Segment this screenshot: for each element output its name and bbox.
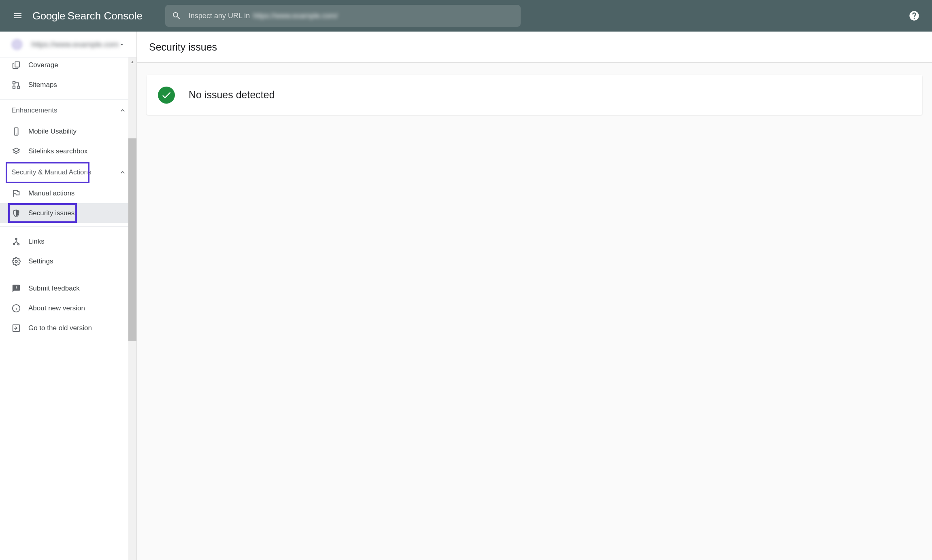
hamburger-menu-button[interactable] (8, 6, 28, 25)
app-header: Google Search Console Inspect any URL in… (0, 0, 932, 32)
sidebar-item-sitemaps[interactable]: Sitemaps (0, 75, 136, 95)
svg-rect-3 (13, 86, 15, 88)
help-button[interactable] (908, 9, 921, 22)
sidebar-item-label: Coverage (28, 61, 58, 69)
divider (0, 226, 136, 227)
page-title: Security issues (149, 41, 217, 53)
section-label: Security & Manual Actions (11, 168, 91, 176)
gear-icon (11, 257, 21, 266)
sidebar-item-about-new-version[interactable]: About new version (0, 298, 136, 318)
caret-down-icon (119, 41, 125, 48)
app-logo: Google Search Console (32, 10, 143, 22)
scrollbar-thumb[interactable] (128, 138, 136, 341)
section-label: Enhancements (11, 106, 57, 115)
sidebar-item-links[interactable]: Links (0, 231, 136, 251)
search-domain-text: https://www.example.com/ (253, 12, 338, 20)
exit-icon (11, 323, 21, 333)
main-content: Security issues No issues detected (137, 32, 932, 560)
svg-point-6 (15, 238, 17, 240)
sidebar: https://www.example.com Coverage Sitemap… (0, 32, 137, 560)
feedback-icon (11, 284, 21, 293)
logo-google-text: Google (32, 10, 65, 22)
sidebar-item-label: Go to the old version (28, 324, 92, 332)
property-name-text: https://www.example.com (32, 40, 119, 49)
sitemap-icon (11, 80, 21, 90)
sidebar-item-label: Sitelinks searchbox (28, 147, 87, 155)
sidebar-item-label: Sitemaps (28, 81, 57, 89)
mobile-icon (11, 127, 21, 136)
search-placeholder: Inspect any URL in https://www.example.c… (189, 12, 338, 20)
info-icon (11, 303, 21, 313)
svg-rect-0 (15, 62, 19, 67)
sidebar-item-submit-feedback[interactable]: Submit feedback (0, 278, 136, 298)
svg-point-8 (18, 243, 19, 245)
coverage-icon (11, 60, 21, 70)
sidebar-item-label: About new version (28, 304, 85, 312)
svg-point-7 (13, 243, 15, 245)
property-favicon (11, 39, 23, 50)
links-icon (11, 237, 21, 246)
success-check-icon (158, 87, 175, 104)
page-header: Security issues (137, 32, 932, 63)
sidebar-section-security-manual[interactable]: Security & Manual Actions (0, 161, 136, 183)
menu-icon (13, 11, 23, 21)
sidebar-item-sitelinks-searchbox[interactable]: Sitelinks searchbox (0, 141, 136, 161)
sidebar-item-label: Security issues (28, 209, 74, 217)
sidebar-item-label: Settings (28, 257, 53, 265)
sidebar-scrollbar[interactable]: ▲ (128, 57, 136, 560)
scrollbar-arrow-up-icon[interactable]: ▲ (128, 57, 136, 66)
sidebar-item-manual-actions[interactable]: Manual actions (0, 183, 136, 203)
status-card: No issues detected (147, 75, 922, 115)
flag-icon (11, 189, 21, 198)
svg-point-9 (15, 260, 17, 263)
sidebar-item-coverage[interactable]: Coverage (0, 57, 136, 75)
sidebar-item-settings[interactable]: Settings (0, 251, 136, 271)
sidebar-item-old-version[interactable]: Go to the old version (0, 318, 136, 338)
svg-rect-1 (13, 81, 15, 84)
svg-rect-2 (17, 86, 20, 88)
sidebar-item-label: Manual actions (28, 189, 74, 197)
property-selector[interactable]: https://www.example.com (0, 32, 136, 57)
status-text: No issues detected (189, 89, 275, 101)
logo-product-text: Search Console (68, 10, 143, 22)
url-inspect-search[interactable]: Inspect any URL in https://www.example.c… (165, 5, 521, 27)
chevron-up-icon (119, 168, 127, 176)
sidebar-item-security-issues[interactable]: Security issues (0, 203, 136, 223)
sidebar-scroll-area: Coverage Sitemaps Enhancements Mobile Us… (0, 57, 136, 560)
shield-icon (11, 208, 21, 218)
sidebar-item-label: Submit feedback (28, 284, 80, 293)
search-icon (172, 11, 181, 21)
sidebar-item-label: Mobile Usability (28, 127, 77, 136)
content-area: No issues detected (137, 63, 932, 127)
body-container: https://www.example.com Coverage Sitemap… (0, 32, 932, 560)
help-icon (909, 10, 920, 21)
sidebar-item-label: Links (28, 238, 45, 246)
sidebar-section-enhancements[interactable]: Enhancements (0, 99, 136, 121)
search-prefix-text: Inspect any URL in (189, 12, 250, 20)
sidebar-item-mobile-usability[interactable]: Mobile Usability (0, 121, 136, 141)
chevron-up-icon (119, 106, 127, 115)
layers-icon (11, 146, 21, 156)
